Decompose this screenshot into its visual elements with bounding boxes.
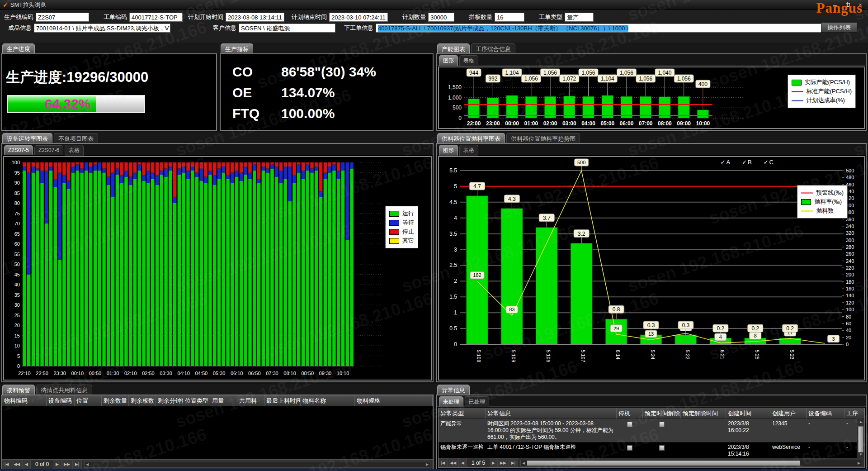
- next-group-button[interactable]: ▶▶: [498, 458, 509, 467]
- legend-label: 抛料数: [816, 207, 834, 215]
- tab-exception-sub-1[interactable]: 已处理: [465, 396, 489, 407]
- scroll-left-arrow[interactable]: ◀: [521, 460, 526, 466]
- column-header[interactable]: 剩余分钟数: [156, 395, 183, 406]
- column-header[interactable]: 设备编码: [47, 395, 75, 406]
- column-header[interactable]: 共用料: [237, 395, 264, 406]
- page-indicator: 0 of 0: [31, 461, 53, 467]
- plan-qty-input[interactable]: 30000: [428, 13, 454, 22]
- next-group-button[interactable]: ▶▶: [61, 460, 73, 469]
- scheduled-release-checkbox[interactable]: [659, 445, 665, 451]
- field-label: 拼板数量: [466, 13, 492, 21]
- field-label: 生产线编码: [4, 13, 33, 21]
- tab-equipment-sub-0[interactable]: Z2S07-5: [4, 145, 33, 155]
- svg-text:100: 100: [846, 307, 854, 312]
- series-check-a[interactable]: ✓A: [721, 159, 731, 166]
- exception-row[interactable]: 产能异常时间区间 2023-03-08 15:00:00 - 2023-03-0…: [439, 419, 864, 442]
- scheduled-release-checkbox[interactable]: [659, 422, 665, 427]
- column-header[interactable]: 异常类型: [439, 408, 486, 419]
- stop-checkbox[interactable]: [627, 422, 632, 427]
- svg-text:5.5: 5.5: [449, 167, 457, 174]
- legend-label: 其它: [402, 237, 414, 245]
- svg-text:0.5: 0.5: [449, 325, 457, 332]
- tab-exception-sub-0[interactable]: 未处理: [439, 396, 463, 407]
- column-header[interactable]: 位置类型: [183, 395, 210, 406]
- action-list-button[interactable]: 操作列表: [821, 22, 857, 33]
- order-type-input[interactable]: 量产: [565, 13, 594, 22]
- svg-text:6:14: 6:14: [615, 350, 621, 359]
- product-info-input[interactable]: 70010914-01 \ 贴片半成品,SS-DIM23,调光小板，V11软件 …: [34, 24, 170, 33]
- chart-legend: 运行等待停止其它: [385, 206, 418, 248]
- svg-text:07:00: 07:00: [639, 120, 653, 127]
- scroll-down-arrow[interactable]: ▼: [857, 452, 864, 458]
- prev-page-button[interactable]: ◀: [459, 458, 467, 467]
- column-header[interactable]: 设备编码: [807, 408, 844, 419]
- column-header[interactable]: 用量: [210, 395, 237, 406]
- first-page-button[interactable]: |◀: [2, 460, 11, 469]
- svg-text:240: 240: [846, 258, 854, 264]
- series-check-c[interactable]: ✓C: [764, 159, 774, 166]
- svg-text:40: 40: [14, 282, 20, 287]
- prev-page-button[interactable]: ◀: [23, 460, 31, 469]
- svg-text:200: 200: [846, 272, 854, 277]
- svg-text:260: 260: [846, 251, 854, 257]
- scroll-up-arrow[interactable]: ▲: [857, 419, 864, 425]
- tab-capacity-sub-1[interactable]: 表格: [459, 55, 478, 66]
- exception-table-head: 异常类型异常信息停机预定时间解除预定解除时间创建时间创建用户设备编码工序: [439, 408, 864, 419]
- tab-equipment-sub-2[interactable]: 表格: [65, 145, 84, 156]
- production-line-input[interactable]: Z2S07: [36, 13, 89, 22]
- column-header[interactable]: 剩余数量: [102, 395, 129, 406]
- column-header[interactable]: 预定解除时间: [681, 408, 726, 419]
- plan-start-input[interactable]: 2023-03-08 13:14:11: [226, 13, 284, 22]
- plan-end-input[interactable]: 2023-03-10 07:24:11: [329, 13, 388, 22]
- scrollbar-thumb[interactable]: [527, 461, 800, 466]
- svg-text:02:10: 02:10: [124, 371, 137, 376]
- tab-feeder-sub-1[interactable]: 表格: [459, 145, 478, 156]
- scrollbar-thumb[interactable]: [858, 426, 863, 452]
- scroll-left-arrow[interactable]: ◀: [85, 461, 90, 467]
- column-header[interactable]: 停机: [617, 408, 643, 419]
- horizontal-scrollbar[interactable]: ◀▶: [520, 460, 862, 466]
- svg-text:5:107: 5:107: [580, 350, 586, 362]
- panel-qty-input[interactable]: 16: [495, 13, 524, 22]
- column-header[interactable]: 预定时间解除: [643, 408, 681, 419]
- legend-label: 实际产能(PCS/H): [805, 78, 850, 86]
- series-check-b[interactable]: ✓B: [742, 159, 752, 166]
- stop-checkbox[interactable]: [627, 445, 632, 451]
- next-page-button[interactable]: ▶: [490, 458, 498, 467]
- svg-text:08:00: 08:00: [658, 120, 672, 127]
- horizontal-scrollbar[interactable]: ◀▶: [84, 461, 430, 468]
- tab-feeder-sub-0[interactable]: 图形: [439, 145, 458, 156]
- column-header[interactable]: 最后上料时间: [264, 395, 301, 406]
- panel-capacity: 产能图表工序综合信息 图形表格 05001,0001,50094422:0099…: [435, 43, 868, 132]
- exception-row[interactable]: 锡膏板未逐一巡检工单 40017712-S-TOP 锡膏板未巡检2023/3/8…: [439, 442, 864, 459]
- svg-text:10: 10: [14, 343, 20, 348]
- column-header[interactable]: 创建时间: [726, 408, 770, 419]
- column-header[interactable]: 物料名称: [301, 395, 355, 406]
- column-header[interactable]: 剩余板数: [129, 395, 156, 406]
- title-bar: ✔ SMT拉头浏览 ×: [0, 0, 868, 10]
- last-page-button[interactable]: ▶|: [73, 460, 82, 469]
- tab-equipment-sub-1[interactable]: Z2S07-6: [34, 145, 63, 155]
- column-header[interactable]: 物料编码: [2, 395, 47, 406]
- svg-text:02:00: 02:00: [543, 120, 557, 127]
- column-header[interactable]: 创建用户: [770, 408, 807, 419]
- svg-text:00:50: 00:50: [89, 371, 102, 376]
- column-header[interactable]: 工序: [844, 408, 864, 419]
- next-order-info-input[interactable]: 40017875-S-ALL \ 70010937(贴片半成品，120CNL-1…: [376, 24, 842, 33]
- next-page-button[interactable]: ▶: [53, 460, 61, 469]
- legend-label: 标准产能(PCS/H): [807, 87, 852, 95]
- column-header[interactable]: 物料规格: [355, 395, 433, 406]
- tab-capacity-sub-0[interactable]: 图形: [439, 55, 458, 66]
- prev-group-button[interactable]: ◀◀: [448, 458, 459, 467]
- prev-group-button[interactable]: ◀◀: [11, 460, 23, 469]
- svg-text:400: 400: [698, 81, 708, 87]
- last-page-button[interactable]: ▶|: [509, 458, 518, 467]
- customer-info-input[interactable]: SOSEN \ 崧盛电源: [239, 24, 335, 33]
- column-header[interactable]: 异常信息: [486, 408, 617, 419]
- scroll-right-arrow[interactable]: ▶: [425, 461, 430, 467]
- column-header[interactable]: 位置: [75, 395, 102, 406]
- vertical-scrollbar[interactable]: ▲ ▼: [857, 419, 864, 458]
- work-order-input[interactable]: 40017712-S-TOP: [129, 13, 183, 22]
- first-page-button[interactable]: |◀: [439, 458, 448, 467]
- scroll-right-arrow[interactable]: ▶: [856, 460, 862, 466]
